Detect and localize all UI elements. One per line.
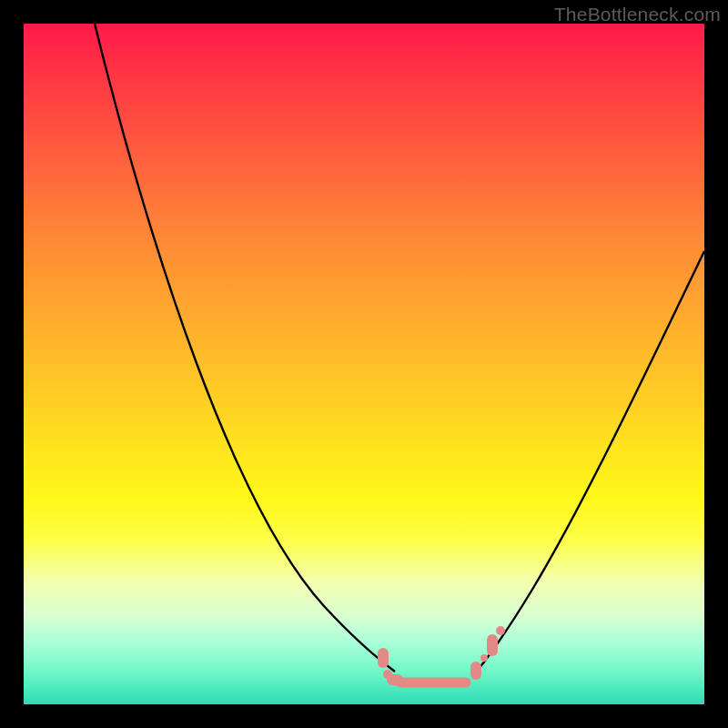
watermark-text: TheBottleneck.com xyxy=(554,4,721,25)
marker-2 xyxy=(387,674,403,685)
curve-layer xyxy=(24,24,704,704)
marker-4 xyxy=(480,654,488,662)
chart-frame: TheBottleneck.com xyxy=(0,0,728,728)
series-left-curve xyxy=(95,24,395,672)
series-right-curve xyxy=(473,251,704,675)
marker-3 xyxy=(470,662,481,680)
marker-6 xyxy=(496,626,505,635)
marker-5 xyxy=(487,634,498,656)
marker-0 xyxy=(378,648,389,668)
plot-area xyxy=(24,24,704,704)
